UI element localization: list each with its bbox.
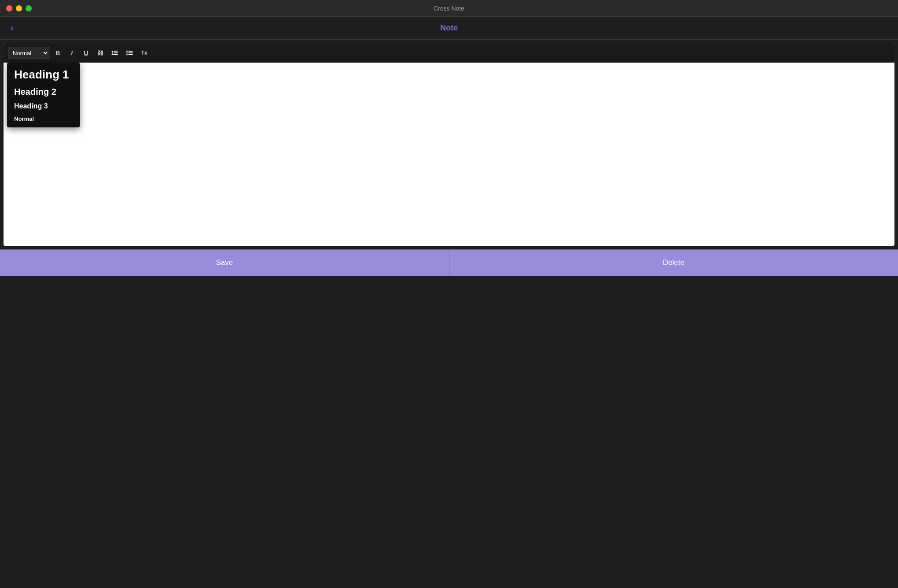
bottom-bar: Save Delete — [0, 249, 898, 276]
unordered-list-button[interactable] — [123, 47, 136, 59]
svg-rect-1 — [114, 51, 118, 52]
maximize-button[interactable] — [26, 5, 32, 11]
clear-format-button[interactable] — [138, 47, 150, 59]
svg-point-8 — [127, 54, 128, 56]
editor-content[interactable]: Naziur — [4, 63, 894, 230]
dropdown-heading3[interactable]: Heading 3 — [7, 100, 80, 113]
svg-rect-3 — [114, 54, 118, 55]
save-button[interactable]: Save — [0, 249, 449, 276]
app-title: Cross Note — [434, 5, 464, 12]
navbar: ‹ Note — [0, 17, 898, 40]
close-button[interactable] — [6, 5, 12, 11]
svg-point-4 — [127, 51, 128, 52]
style-select[interactable]: Normal Heading 1 Heading 2 Heading 3 — [8, 47, 49, 59]
page-title: Note — [440, 23, 458, 33]
dropdown-heading1[interactable]: Heading 1 — [7, 65, 80, 84]
italic-button[interactable]: I — [66, 47, 78, 59]
svg-rect-5 — [128, 51, 133, 52]
editor-wrapper: Normal Heading 1 Heading 2 Heading 3 B I… — [4, 43, 894, 246]
svg-rect-9 — [128, 54, 133, 55]
editor-container: Normal Heading 1 Heading 2 Heading 3 B I… — [0, 40, 898, 249]
style-dropdown: Heading 1 Heading 2 Heading 3 Normal — [7, 63, 80, 127]
delete-button[interactable]: Delete — [449, 249, 898, 276]
ordered-list-button[interactable]: 1. — [109, 47, 121, 59]
bold-button[interactable]: B — [52, 47, 64, 59]
dropdown-normal[interactable]: Normal — [7, 113, 80, 125]
dropdown-heading2[interactable]: Heading 2 — [7, 84, 80, 100]
link-icon — [97, 49, 103, 56]
svg-point-6 — [127, 52, 128, 54]
back-button[interactable]: ‹ — [7, 21, 17, 36]
svg-rect-7 — [128, 52, 133, 53]
dark-area — [0, 276, 898, 588]
minimize-button[interactable] — [16, 5, 22, 11]
link-button[interactable] — [94, 47, 106, 59]
traffic-lights — [6, 5, 32, 11]
svg-rect-2 — [114, 52, 118, 53]
underline-button[interactable]: U — [80, 47, 92, 59]
unordered-list-icon — [126, 49, 133, 56]
ordered-list-icon: 1. — [111, 49, 118, 56]
toolbar: Normal Heading 1 Heading 2 Heading 3 B I… — [4, 43, 894, 63]
titlebar: Cross Note — [0, 0, 898, 17]
